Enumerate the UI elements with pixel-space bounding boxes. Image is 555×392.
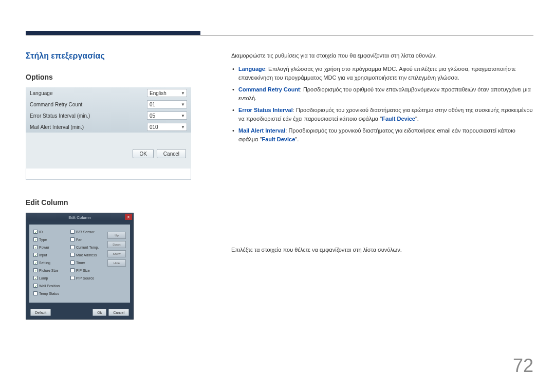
checkbox-row[interactable]: ✓Lamp xyxy=(33,275,67,281)
quoted-term: Fault Device xyxy=(382,116,415,122)
checkbox-row[interactable]: ✓ID xyxy=(33,229,67,235)
checkbox-row[interactable]: B/R Sensor xyxy=(70,229,104,235)
chevron-down-icon: ▼ xyxy=(181,114,185,118)
hide-button[interactable]: Hide xyxy=(107,259,126,267)
checkbox-label: Fan xyxy=(76,238,82,241)
checkbox-label: Type xyxy=(39,238,47,241)
bullet-item: Error Status Interval: Προσδιορισμός του… xyxy=(231,106,533,123)
left-column: Στήλη επεξεργασίας Options Language Engl… xyxy=(26,51,195,320)
dialog-body: ✓ID✓Type✓Power✓Input✓Setting✓Picture Siz… xyxy=(29,225,130,303)
ok-button[interactable]: OK xyxy=(133,149,153,158)
page-number: 72 xyxy=(513,355,533,377)
side-buttons: UpDownShowHide xyxy=(107,229,126,298)
checkbox-column-2: B/R SensorFanCurrent Temp.Mac AddressTim… xyxy=(70,229,104,298)
checkbox-row[interactable]: ✓Picture Size xyxy=(33,267,67,273)
dialog-titlebar: Edit Column X xyxy=(26,213,133,221)
checkbox-row[interactable]: ✓Setting xyxy=(33,259,67,266)
error-interval-dropdown[interactable]: 05▼ xyxy=(147,111,187,120)
checkbox-label: Current Temp. xyxy=(76,246,99,249)
checkbox-row[interactable]: Timer xyxy=(70,259,104,266)
checkbox[interactable]: ✓ xyxy=(33,260,38,265)
checkbox[interactable] xyxy=(70,268,75,272)
checkbox[interactable] xyxy=(70,260,75,265)
ok-button[interactable]: Ok xyxy=(92,309,106,316)
checkbox-label: Power xyxy=(39,246,49,249)
checkbox[interactable]: ✓ xyxy=(33,253,38,257)
checkbox-label: ID xyxy=(39,230,43,234)
checkbox-row[interactable]: ✓Power xyxy=(33,244,67,250)
checkbox[interactable] xyxy=(70,230,75,234)
checkbox-row[interactable]: Temp Status xyxy=(33,290,67,296)
options-bullet-list: Language: Επιλογή γλώσσας για χρήση στο … xyxy=(231,65,533,144)
checkbox-label: Temp Status xyxy=(39,292,59,295)
option-label: Mail Alert Interval (min.) xyxy=(30,124,84,130)
checkbox-row[interactable]: Current Temp. xyxy=(70,244,104,250)
checkbox[interactable]: ✓ xyxy=(33,230,38,234)
checkbox-label: Input xyxy=(39,253,47,257)
checkbox-row[interactable]: ✓Wall Position xyxy=(33,283,67,289)
dialog-title: Edit Column xyxy=(68,215,91,220)
dialog-footer: Default Ok Cancel xyxy=(26,306,133,319)
options-panel: Language English▼ Command Retry Count 01… xyxy=(26,87,191,180)
checkbox[interactable]: ✓ xyxy=(33,237,38,241)
section-title: Στήλη επεξεργασίας xyxy=(26,51,195,61)
options-footer: OK Cancel xyxy=(26,133,191,169)
cancel-button[interactable]: Cancel xyxy=(157,149,186,158)
retry-count-dropdown[interactable]: 01▼ xyxy=(147,100,187,108)
term: Language xyxy=(238,66,265,72)
chevron-down-icon: ▼ xyxy=(181,125,185,129)
options-intro: Διαμορφώστε τις ρυθμίσεις για τα στοιχεί… xyxy=(231,51,533,61)
options-body: Language English▼ Command Retry Count 01… xyxy=(26,87,191,133)
checkbox[interactable]: ✓ xyxy=(33,284,38,288)
checkbox[interactable] xyxy=(70,237,75,241)
option-row: Error Status Interval (min.) 05▼ xyxy=(26,110,191,121)
up-button[interactable]: Up xyxy=(107,232,126,239)
option-label: Error Status Interval (min.) xyxy=(30,113,90,119)
checkbox[interactable]: ✓ xyxy=(33,245,38,249)
top-dark-bar xyxy=(26,31,200,35)
show-button[interactable]: Show xyxy=(107,250,126,257)
checkbox[interactable] xyxy=(70,253,75,257)
option-row: Language English▼ xyxy=(26,87,191,99)
bullet-item: Mail Alert Interval: Προσδιορισμός του χ… xyxy=(231,126,533,144)
checkbox-row[interactable]: PIP Source xyxy=(70,275,104,281)
checkbox-label: Setting xyxy=(39,261,50,265)
checkbox[interactable] xyxy=(33,291,38,295)
options-footer-strip xyxy=(26,169,191,180)
checkbox-label: Timer xyxy=(76,261,85,265)
quoted-term: Fault Device xyxy=(262,136,295,142)
checkbox-label: PIP Source xyxy=(76,276,94,280)
checkbox[interactable]: ✓ xyxy=(33,268,38,272)
cancel-button[interactable]: Cancel xyxy=(108,309,129,316)
checkbox[interactable] xyxy=(70,245,75,249)
option-row: Command Retry Count 01▼ xyxy=(26,99,191,110)
language-dropdown[interactable]: English▼ xyxy=(147,89,187,97)
checkbox-label: Picture Size xyxy=(39,269,58,272)
checkbox-label: Lamp xyxy=(39,276,48,280)
option-label: Language xyxy=(30,90,53,96)
default-button[interactable]: Default xyxy=(30,309,51,316)
checkbox-column-1: ✓ID✓Type✓Power✓Input✓Setting✓Picture Siz… xyxy=(33,229,67,298)
bullet-item: Command Retry Count: Προσδιορισμός του α… xyxy=(231,85,533,103)
chevron-down-icon: ▼ xyxy=(181,102,185,107)
checkbox[interactable] xyxy=(70,276,75,280)
close-icon[interactable]: X xyxy=(125,214,132,220)
down-button[interactable]: Down xyxy=(107,241,126,248)
edit-column-dialog: Edit Column X ✓ID✓Type✓Power✓Input✓Setti… xyxy=(26,213,134,320)
term: Error Status Interval xyxy=(238,107,293,113)
checkbox-label: B/R Sensor xyxy=(76,230,95,234)
checkbox-row[interactable]: ✓Type xyxy=(33,236,67,242)
bullet-item: Language: Επιλογή γλώσσας για χρήση στο … xyxy=(231,65,533,82)
checkbox[interactable]: ✓ xyxy=(33,276,38,280)
checkbox-row[interactable]: Fan xyxy=(70,236,104,242)
checkbox-row[interactable]: PIP Size xyxy=(70,267,104,273)
checkbox-label: PIP Size xyxy=(76,269,90,272)
top-rule xyxy=(26,35,533,35)
right-column: Διαμορφώστε τις ρυθμίσεις για τα στοιχεί… xyxy=(231,51,533,255)
edit-column-heading: Edit Column xyxy=(26,198,195,207)
checkbox-row[interactable]: ✓Input xyxy=(33,252,67,258)
mail-interval-dropdown[interactable]: 010▼ xyxy=(147,123,187,131)
term: Command Retry Count xyxy=(238,86,300,92)
option-row: Mail Alert Interval (min.) 010▼ xyxy=(26,121,191,133)
checkbox-row[interactable]: Mac Address xyxy=(70,252,104,258)
